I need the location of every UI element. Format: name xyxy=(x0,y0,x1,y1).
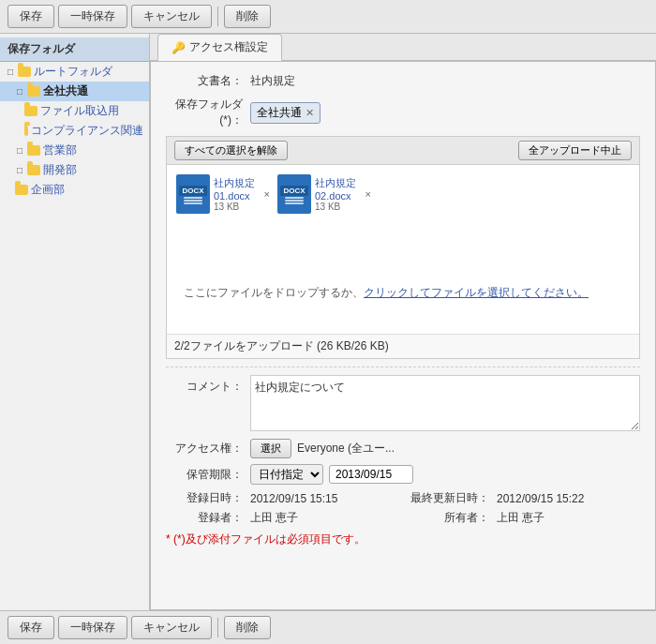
sidebar-item-compliance[interactable]: コンプライアンス関連 xyxy=(0,121,149,141)
folder-root-icon xyxy=(18,67,31,77)
owner-label: 所有者： xyxy=(403,510,497,526)
remove-folder-button[interactable]: ✕ xyxy=(306,107,314,119)
sidebar: 保存フォルダ □ ルートフォルダ □ 全社共通 ファイル取込用 コンプ xyxy=(0,34,150,610)
comment-textarea[interactable] xyxy=(250,375,640,431)
owner-value: 上田 恵子 xyxy=(497,510,544,526)
upload-progress: 2/2ファイルをアップロード (26 KB/26 KB) xyxy=(167,334,639,358)
file-close-2[interactable]: × xyxy=(365,188,371,200)
reg-date-value: 2012/09/15 15:15 xyxy=(250,492,337,505)
folder-file-icon xyxy=(24,106,37,116)
retention-label: 保管期限： xyxy=(166,467,250,483)
sidebar-item-all[interactable]: □ 全社共通 xyxy=(0,82,149,101)
upload-section: すべての選択を解除 全アップロード中止 DOCX xyxy=(166,136,640,359)
retention-row: 保管期限： 日付指定 xyxy=(166,464,640,485)
sidebar-item-dev[interactable]: □ 開発部 xyxy=(0,160,149,180)
access-row: アクセス権： 選択 Everyone (全ユー... xyxy=(166,439,640,458)
sidebar-item-root-label: ルートフォルダ xyxy=(34,64,112,80)
sidebar-item-file[interactable]: ファイル取込用 xyxy=(0,101,149,121)
file-close-1[interactable]: × xyxy=(264,188,270,200)
expand-all-icon: □ xyxy=(15,86,24,97)
clear-all-button[interactable]: すべての選択を解除 xyxy=(174,141,288,160)
sidebar-item-compliance-label: コンプライアンス関連 xyxy=(31,123,143,139)
comment-row: コメント： xyxy=(166,375,640,431)
registrant-label: 登録者： xyxy=(166,510,250,526)
sidebar-item-file-label: ファイル取込用 xyxy=(40,103,119,119)
bottom-save-button[interactable]: 保存 xyxy=(7,616,54,639)
docx-icon-1: DOCX xyxy=(176,174,210,214)
drop-hint-link[interactable]: クリックしてファイルを選択してください。 xyxy=(364,286,589,299)
content-panel: 🔑 アクセス権設定 文書名： 社内規定 保存フォルダ(*)： 全社共通 ✕ xyxy=(150,34,656,610)
top-toolbar: 保存 一時保存 キャンセル 削除 xyxy=(0,0,656,34)
file-item-inner-1: DOCX 社内規定 01.docx 13 KB xyxy=(176,174,270,214)
top-temp-save-button[interactable]: 一時保存 xyxy=(58,5,127,28)
tab-header: 🔑 アクセス権設定 xyxy=(150,34,656,61)
registrant-value: 上田 恵子 xyxy=(250,510,298,526)
file-item-inner-2: DOCX 社内規定 02.docx 13 KB xyxy=(277,174,371,214)
bottom-cancel-button[interactable]: キャンセル xyxy=(131,616,212,639)
progress-text: 2/2ファイルをアップロード (26 KB/26 KB) xyxy=(174,339,389,352)
docx-label-1: DOCX xyxy=(179,186,206,196)
last-update-value: 2012/09/15 15:22 xyxy=(497,492,584,505)
bottom-delete-button[interactable]: 削除 xyxy=(224,616,271,639)
comment-label: コメント： xyxy=(166,375,250,395)
bottom-temp-save-button[interactable]: 一時保存 xyxy=(58,616,127,639)
save-folder-row: 保存フォルダ(*)： 全社共通 ✕ xyxy=(166,97,640,128)
main-area: 保存フォルダ □ ルートフォルダ □ 全社共通 ファイル取込用 コンプ xyxy=(0,34,656,610)
save-folder-value: 全社共通 xyxy=(257,105,302,121)
sidebar-item-sales[interactable]: □ 営業部 xyxy=(0,141,149,160)
folder-compliance-icon xyxy=(24,126,28,136)
reg-info-row: 登録日時： 2012/09/15 15:15 最終更新日時： 2012/09/1… xyxy=(166,490,640,506)
save-folder-label: 保存フォルダ(*)： xyxy=(166,97,250,128)
folder-sales-icon xyxy=(27,145,40,156)
retention-date-input[interactable] xyxy=(329,465,413,484)
doc-lines-1 xyxy=(182,196,204,205)
save-folder-tag: 全社共通 ✕ xyxy=(250,102,321,124)
sidebar-item-planning[interactable]: 企画部 xyxy=(0,180,149,200)
upload-toolbar: すべての選択を解除 全アップロード中止 xyxy=(167,137,639,165)
access-label: アクセス権： xyxy=(166,441,250,457)
drop-hint: ここにファイルをドロップするか、クリックしてファイルを選択してください。 xyxy=(176,277,630,308)
tab-access-settings[interactable]: 🔑 アクセス権設定 xyxy=(157,34,282,61)
top-save-button[interactable]: 保存 xyxy=(7,5,54,28)
registrant-info-row: 登録者： 上田 恵子 所有者： 上田 恵子 xyxy=(166,510,640,526)
doc-name-row: 文書名： 社内規定 xyxy=(166,73,640,89)
folder-all-icon xyxy=(27,86,40,97)
file-size-1: 13 KB xyxy=(214,202,257,212)
file-size-2: 13 KB xyxy=(315,202,358,212)
reg-date-label: 登録日時： xyxy=(166,490,250,506)
top-cancel-button[interactable]: キャンセル xyxy=(131,5,212,28)
docx-icon-2: DOCX xyxy=(277,174,311,214)
drop-hint-prefix: ここにファイルをドロップするか、 xyxy=(184,286,364,299)
reg-date-col: 登録日時： 2012/09/15 15:15 xyxy=(166,490,403,506)
expand-dev-icon: □ xyxy=(15,165,24,175)
access-value: Everyone (全ユー... xyxy=(297,441,395,457)
expand-root-icon: □ xyxy=(6,67,15,77)
comment-section: コメント： xyxy=(166,367,640,431)
last-update-col: 最終更新日時： 2012/09/15 15:22 xyxy=(403,490,640,506)
file-name-1[interactable]: 社内規定 01.docx xyxy=(214,176,257,202)
sidebar-item-sales-label: 営業部 xyxy=(43,142,77,158)
file-info-1: 社内規定 01.docx 13 KB xyxy=(214,176,257,212)
sidebar-item-root[interactable]: □ ルートフォルダ xyxy=(0,62,149,82)
retention-type-select[interactable]: 日付指定 xyxy=(250,464,323,485)
form-content: 文書名： 社内規定 保存フォルダ(*)： 全社共通 ✕ すべての選択を解除 全ア… xyxy=(150,61,656,610)
file-item-2: DOCX 社内規定 02.docx 13 KB xyxy=(277,174,371,214)
bottom-toolbar-divider xyxy=(217,618,218,637)
expand-sales-icon: □ xyxy=(15,145,24,156)
folder-dev-icon xyxy=(27,165,40,175)
sidebar-item-dev-label: 開発部 xyxy=(43,162,77,178)
doc-name-label: 文書名： xyxy=(166,73,250,89)
sidebar-item-all-label: 全社共通 xyxy=(43,83,88,99)
owner-col: 所有者： 上田 恵子 xyxy=(403,510,640,526)
doc-name-value: 社内規定 xyxy=(250,73,295,89)
stop-all-button[interactable]: 全アップロード中止 xyxy=(518,141,632,160)
top-delete-button[interactable]: 削除 xyxy=(224,5,271,28)
file-name-2[interactable]: 社内規定 02.docx xyxy=(315,176,358,202)
sidebar-item-planning-label: 企画部 xyxy=(31,182,65,198)
file-item: DOCX 社内規定 01.docx 13 KB xyxy=(176,174,270,214)
docx-label-2: DOCX xyxy=(280,186,307,196)
registrant-col: 登録者： 上田 恵子 xyxy=(166,510,403,526)
access-select-button[interactable]: 選択 xyxy=(250,439,291,458)
folder-planning-icon xyxy=(15,185,28,195)
required-note: * (*)及び添付ファイルは必須項目です。 xyxy=(166,532,640,547)
